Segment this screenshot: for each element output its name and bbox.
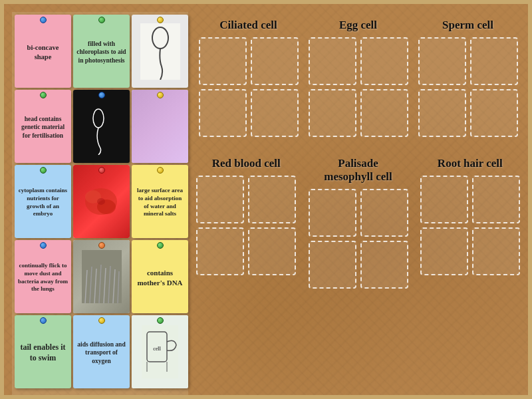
card-text: contains mother's DNA <box>135 268 185 287</box>
ciliated-section: Ciliated cell <box>196 19 302 137</box>
card-cilia-image[interactable] <box>73 240 130 313</box>
sperm-drop-2[interactable] <box>470 37 518 85</box>
ciliated-drop-2[interactable] <box>251 37 299 85</box>
card-text: cytoplasm contains nutrients for growth … <box>18 187 68 218</box>
card-root-image[interactable]: cell <box>132 315 188 388</box>
palisade-image-icon <box>132 90 188 163</box>
rbc-drop-1[interactable] <box>196 176 244 223</box>
cilia-image-icon <box>73 240 130 313</box>
sperm-drop-1[interactable] <box>418 37 466 85</box>
card-biconcave[interactable]: bi-concave shape <box>15 15 71 88</box>
pin <box>40 317 47 324</box>
card-cytoplasm[interactable]: cytoplasm contains nutrients for growth … <box>15 165 71 238</box>
egg-drop-grid <box>309 37 408 137</box>
top-sections: Ciliated cell Egg cell Sperm c <box>194 12 523 137</box>
sperm-drawing-icon <box>140 23 180 80</box>
card-tail[interactable]: tail enables it to swim <box>15 315 71 388</box>
rbc-drop-grid <box>196 176 296 275</box>
card-head-genetic[interactable]: head contains genetic material for ferti… <box>15 90 71 163</box>
pin <box>40 242 47 249</box>
rbc-section: Red blood cell <box>194 157 299 275</box>
egg-label: Egg cell <box>339 19 377 32</box>
card-sperm-dark[interactable] <box>73 90 130 163</box>
root-cell-sketch-icon: cell <box>142 325 178 378</box>
right-panel: Ciliated cell Egg cell Sperm c <box>194 12 523 395</box>
egg-drop-3[interactable] <box>309 89 356 137</box>
sperm-drop-grid <box>418 37 518 137</box>
rbc-drop-4[interactable] <box>248 227 296 275</box>
sperm-label: Sperm cell <box>442 19 493 32</box>
card-mothers-dna[interactable]: contains mother's DNA <box>132 240 188 313</box>
pin <box>40 92 47 98</box>
palisade-drop-4[interactable] <box>360 241 408 289</box>
cork-board: bi-concave shape filled with chloroplast… <box>0 0 532 399</box>
palisade-section: Palisade mesophyll cell <box>299 157 417 289</box>
card-text: aids diffusion and transport of oxygen <box>76 340 126 365</box>
ciliated-drop-grid <box>199 37 299 137</box>
roothair-drop-4[interactable] <box>472 227 520 275</box>
card-text: tail enables it to swim <box>18 342 68 363</box>
palisade-drop-1[interactable] <box>309 189 356 237</box>
card-text: filled with chloroplasts to aid in photo… <box>76 40 126 65</box>
roothair-section: Root hair cell <box>418 157 523 275</box>
rbc-cells-icon <box>83 184 120 220</box>
card-text: continually flick to move dust and bacte… <box>18 262 68 293</box>
egg-drop-4[interactable] <box>360 89 408 137</box>
card-continually[interactable]: continually flick to move dust and bacte… <box>15 240 71 313</box>
pin <box>157 92 164 98</box>
palisade-drop-grid <box>309 189 408 289</box>
cilia-texture-icon <box>82 250 122 303</box>
pin <box>98 242 105 249</box>
pin <box>98 17 105 23</box>
pin <box>157 317 164 324</box>
card-aids-diffusion[interactable]: aids diffusion and transport of oxygen <box>73 315 130 388</box>
rbc-label: Red blood cell <box>212 157 281 170</box>
card-rbc-image[interactable] <box>73 165 130 238</box>
roothair-drop-grid <box>420 176 520 275</box>
svg-text:cell: cell <box>153 346 161 352</box>
pin <box>40 17 47 23</box>
pin <box>157 17 164 23</box>
card-text: bi-concave shape <box>18 43 68 61</box>
palisade-drop-3[interactable] <box>309 241 356 289</box>
roothair-drop-2[interactable] <box>472 176 520 223</box>
pin <box>40 167 47 174</box>
svg-rect-8 <box>82 250 122 303</box>
bottom-sections: Red blood cell Palisade mesophyll cell <box>194 150 523 289</box>
card-palisade-image[interactable] <box>132 90 188 163</box>
pin <box>98 92 105 98</box>
sperm-section: Sperm cell <box>415 19 521 137</box>
roothair-drop-1[interactable] <box>420 176 468 223</box>
left-panel: bi-concave shape filled with chloroplast… <box>12 12 188 395</box>
ciliated-drop-3[interactable] <box>199 89 247 137</box>
ciliated-label: Ciliated cell <box>219 19 277 32</box>
root-image-icon: cell <box>132 315 188 388</box>
egg-drop-1[interactable] <box>309 37 356 85</box>
card-sperm-drawing[interactable] <box>132 15 188 88</box>
egg-drop-2[interactable] <box>360 37 408 85</box>
sperm-drop-4[interactable] <box>470 89 518 137</box>
pin <box>98 167 105 174</box>
palisade-label: Palisade mesophyll cell <box>324 157 392 184</box>
roothair-label: Root hair cell <box>438 157 503 170</box>
roothair-drop-3[interactable] <box>420 227 468 275</box>
svg-point-7 <box>97 198 105 205</box>
ciliated-drop-4[interactable] <box>251 89 299 137</box>
ciliated-drop-1[interactable] <box>199 37 247 85</box>
card-text: large surface area to aid absorption of … <box>135 187 185 218</box>
sperm-drop-3[interactable] <box>418 89 466 137</box>
card-large-surface[interactable]: large surface area to aid absorption of … <box>132 165 188 238</box>
pin <box>157 167 164 174</box>
card-text: head contains genetic material for ferti… <box>18 115 68 140</box>
palisade-drop-2[interactable] <box>360 189 408 237</box>
rbc-image-icon <box>73 165 130 238</box>
rbc-drop-3[interactable] <box>196 227 244 275</box>
svg-rect-2 <box>82 98 122 155</box>
pin <box>157 242 164 249</box>
sperm-dark-icon <box>82 98 122 155</box>
egg-section: Egg cell <box>305 19 412 137</box>
card-chloroplasts[interactable]: filled with chloroplasts to aid in photo… <box>73 15 130 88</box>
rbc-drop-2[interactable] <box>248 176 296 223</box>
pin <box>98 317 105 324</box>
